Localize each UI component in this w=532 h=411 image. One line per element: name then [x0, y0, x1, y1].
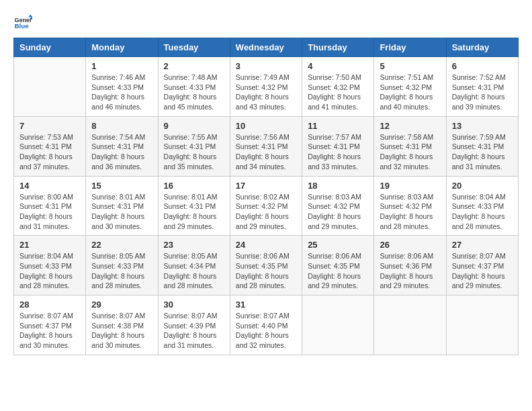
calendar-cell: 21Sunrise: 8:04 AMSunset: 4:33 PMDayligh… — [14, 236, 86, 295]
calendar-cell: 20Sunrise: 8:04 AMSunset: 4:33 PMDayligh… — [446, 176, 518, 236]
calendar-week-2: 7Sunrise: 7:53 AMSunset: 4:31 PMDaylight… — [14, 116, 519, 176]
page-container: General Blue SundayMondayTuesdayWednesda… — [13, 13, 519, 355]
day-info: Sunrise: 7:53 AMSunset: 4:31 PMDaylight:… — [19, 132, 80, 172]
day-number: 2 — [164, 61, 224, 71]
weekday-header-friday: Friday — [374, 38, 446, 57]
day-info: Sunrise: 7:48 AMSunset: 4:33 PMDaylight:… — [164, 73, 224, 112]
calendar-cell: 30Sunrise: 8:07 AMSunset: 4:39 PMDayligh… — [158, 295, 230, 355]
day-info: Sunrise: 8:03 AMSunset: 4:32 PMDaylight:… — [380, 192, 440, 232]
weekday-header-wednesday: Wednesday — [230, 38, 302, 57]
day-info: Sunrise: 7:58 AMSunset: 4:31 PMDaylight:… — [380, 132, 440, 172]
day-number: 21 — [19, 240, 80, 250]
calendar-cell: 2Sunrise: 7:48 AMSunset: 4:33 PMDaylight… — [158, 57, 230, 117]
day-number: 12 — [380, 121, 440, 131]
day-info: Sunrise: 8:07 AMSunset: 4:38 PMDaylight:… — [91, 311, 152, 351]
day-info: Sunrise: 8:02 AMSunset: 4:32 PMDaylight:… — [236, 192, 296, 232]
general-blue-icon: General Blue — [13, 13, 32, 32]
day-number: 26 — [380, 240, 440, 250]
day-info: Sunrise: 7:52 AMSunset: 4:31 PMDaylight:… — [452, 73, 513, 112]
calendar-cell: 29Sunrise: 8:07 AMSunset: 4:38 PMDayligh… — [86, 295, 158, 355]
day-number: 11 — [308, 121, 368, 131]
calendar-cell: 18Sunrise: 8:03 AMSunset: 4:32 PMDayligh… — [302, 176, 374, 236]
weekday-header-sunday: Sunday — [14, 38, 86, 57]
calendar-cell: 6Sunrise: 7:52 AMSunset: 4:31 PMDaylight… — [446, 57, 518, 117]
day-info: Sunrise: 8:04 AMSunset: 4:33 PMDaylight:… — [19, 251, 80, 291]
day-info: Sunrise: 8:06 AMSunset: 4:35 PMDaylight:… — [308, 251, 368, 291]
calendar-cell — [302, 295, 374, 355]
calendar-cell: 22Sunrise: 8:05 AMSunset: 4:33 PMDayligh… — [86, 236, 158, 295]
day-number: 30 — [164, 300, 224, 310]
calendar-cell: 17Sunrise: 8:02 AMSunset: 4:32 PMDayligh… — [230, 176, 302, 236]
calendar-week-4: 21Sunrise: 8:04 AMSunset: 4:33 PMDayligh… — [14, 236, 519, 295]
calendar-cell: 12Sunrise: 7:58 AMSunset: 4:31 PMDayligh… — [374, 116, 446, 176]
day-info: Sunrise: 8:07 AMSunset: 4:39 PMDaylight:… — [164, 311, 224, 351]
day-info: Sunrise: 7:51 AMSunset: 4:32 PMDaylight:… — [380, 73, 440, 112]
day-info: Sunrise: 8:01 AMSunset: 4:31 PMDaylight:… — [164, 192, 224, 232]
day-info: Sunrise: 7:49 AMSunset: 4:32 PMDaylight:… — [236, 73, 296, 112]
weekday-header-row: SundayMondayTuesdayWednesdayThursdayFrid… — [14, 38, 519, 57]
calendar-cell: 31Sunrise: 8:07 AMSunset: 4:40 PMDayligh… — [230, 295, 302, 355]
day-number: 3 — [236, 61, 296, 71]
day-number: 24 — [236, 240, 296, 250]
day-info: Sunrise: 7:57 AMSunset: 4:31 PMDaylight:… — [308, 132, 368, 172]
weekday-header-tuesday: Tuesday — [158, 38, 230, 57]
day-info: Sunrise: 7:54 AMSunset: 4:31 PMDaylight:… — [91, 132, 152, 172]
header: General Blue — [13, 13, 519, 32]
day-info: Sunrise: 8:01 AMSunset: 4:31 PMDaylight:… — [91, 192, 152, 232]
day-number: 1 — [91, 61, 152, 71]
calendar-cell: 3Sunrise: 7:49 AMSunset: 4:32 PMDaylight… — [230, 57, 302, 117]
day-number: 4 — [308, 61, 368, 71]
day-number: 7 — [19, 121, 80, 131]
day-info: Sunrise: 8:06 AMSunset: 4:35 PMDaylight:… — [236, 251, 296, 291]
calendar-cell: 15Sunrise: 8:01 AMSunset: 4:31 PMDayligh… — [86, 176, 158, 236]
day-info: Sunrise: 7:55 AMSunset: 4:31 PMDaylight:… — [164, 132, 224, 172]
day-number: 8 — [91, 121, 152, 131]
calendar-cell — [446, 295, 518, 355]
calendar-cell: 23Sunrise: 8:05 AMSunset: 4:34 PMDayligh… — [158, 236, 230, 295]
day-number: 13 — [452, 121, 513, 131]
day-number: 9 — [164, 121, 224, 131]
logo: General Blue — [13, 13, 35, 32]
calendar-cell — [14, 57, 86, 117]
calendar-cell: 5Sunrise: 7:51 AMSunset: 4:32 PMDaylight… — [374, 57, 446, 117]
day-info: Sunrise: 7:46 AMSunset: 4:33 PMDaylight:… — [91, 73, 152, 112]
day-info: Sunrise: 8:07 AMSunset: 4:37 PMDaylight:… — [452, 251, 513, 291]
calendar-cell: 13Sunrise: 7:59 AMSunset: 4:31 PMDayligh… — [446, 116, 518, 176]
day-number: 16 — [164, 181, 224, 191]
day-info: Sunrise: 8:05 AMSunset: 4:33 PMDaylight:… — [91, 251, 152, 291]
calendar-body: 1Sunrise: 7:46 AMSunset: 4:33 PMDaylight… — [14, 57, 519, 355]
day-info: Sunrise: 8:03 AMSunset: 4:32 PMDaylight:… — [308, 192, 368, 232]
calendar-cell: 19Sunrise: 8:03 AMSunset: 4:32 PMDayligh… — [374, 176, 446, 236]
calendar-cell: 10Sunrise: 7:56 AMSunset: 4:31 PMDayligh… — [230, 116, 302, 176]
day-number: 10 — [236, 121, 296, 131]
weekday-header-saturday: Saturday — [446, 38, 518, 57]
day-number: 29 — [91, 300, 152, 310]
calendar-cell: 9Sunrise: 7:55 AMSunset: 4:31 PMDaylight… — [158, 116, 230, 176]
day-number: 22 — [91, 240, 152, 250]
day-number: 31 — [236, 300, 296, 310]
day-number: 15 — [91, 181, 152, 191]
calendar-cell: 16Sunrise: 8:01 AMSunset: 4:31 PMDayligh… — [158, 176, 230, 236]
calendar-cell — [374, 295, 446, 355]
calendar-cell: 14Sunrise: 8:00 AMSunset: 4:31 PMDayligh… — [14, 176, 86, 236]
day-info: Sunrise: 8:06 AMSunset: 4:36 PMDaylight:… — [380, 251, 440, 291]
svg-marker-2 — [28, 14, 32, 17]
calendar-cell: 27Sunrise: 8:07 AMSunset: 4:37 PMDayligh… — [446, 236, 518, 295]
weekday-header-monday: Monday — [86, 38, 158, 57]
calendar-header: SundayMondayTuesdayWednesdayThursdayFrid… — [14, 38, 519, 57]
weekday-header-thursday: Thursday — [302, 38, 374, 57]
calendar-week-1: 1Sunrise: 7:46 AMSunset: 4:33 PMDaylight… — [14, 57, 519, 117]
day-number: 19 — [380, 181, 440, 191]
day-info: Sunrise: 8:00 AMSunset: 4:31 PMDaylight:… — [19, 192, 80, 232]
calendar-cell: 25Sunrise: 8:06 AMSunset: 4:35 PMDayligh… — [302, 236, 374, 295]
day-number: 14 — [19, 181, 80, 191]
calendar-cell: 26Sunrise: 8:06 AMSunset: 4:36 PMDayligh… — [374, 236, 446, 295]
calendar-cell: 8Sunrise: 7:54 AMSunset: 4:31 PMDaylight… — [86, 116, 158, 176]
calendar-week-5: 28Sunrise: 8:07 AMSunset: 4:37 PMDayligh… — [14, 295, 519, 355]
day-number: 6 — [452, 61, 513, 71]
day-number: 18 — [308, 181, 368, 191]
svg-text:Blue: Blue — [14, 22, 29, 30]
day-number: 17 — [236, 181, 296, 191]
calendar-week-3: 14Sunrise: 8:00 AMSunset: 4:31 PMDayligh… — [14, 176, 519, 236]
day-info: Sunrise: 8:04 AMSunset: 4:33 PMDaylight:… — [452, 192, 513, 232]
